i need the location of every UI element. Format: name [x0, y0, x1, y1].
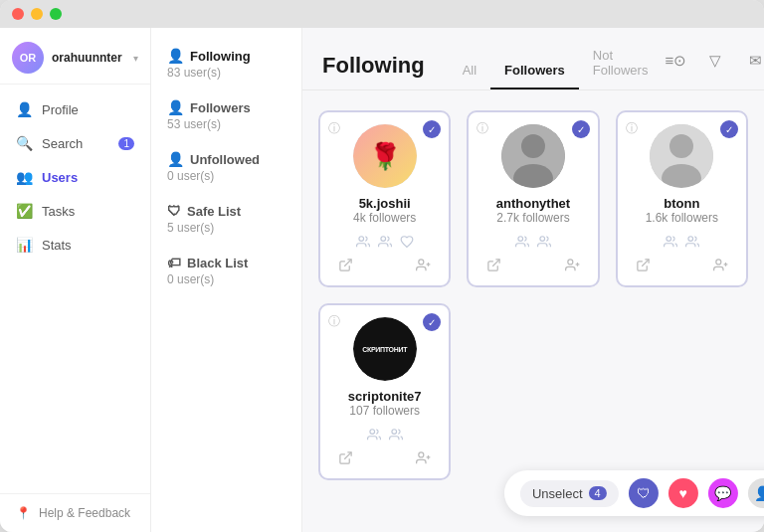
page-title: Following	[322, 53, 425, 79]
sidebar-username: orahuunnter	[52, 51, 125, 65]
left-panel-item-count: 5 user(s)	[167, 221, 286, 235]
sidebar-header[interactable]: OR orahuunnter ▾	[0, 28, 150, 85]
app-window: OR orahuunnter ▾ 👤 Profile 🔍 Search 1 👥 …	[0, 0, 764, 532]
main-content: Following AllFollowersNot Followers ≡⊙ ▽…	[302, 28, 764, 532]
message-icon[interactable]: ✉	[741, 47, 764, 75]
sidebar-item-label: Search	[42, 136, 83, 151]
sidebar-item-label: Profile	[42, 102, 79, 117]
bubble-action-button[interactable]: 💬	[708, 478, 738, 508]
shield-action-button[interactable]: 🛡	[629, 478, 659, 508]
card-check-icon: ✓	[572, 120, 590, 138]
card-action-icons	[367, 428, 403, 444]
svg-point-9	[518, 237, 523, 242]
card-username: 5k.joshii	[359, 196, 411, 211]
divider	[302, 89, 764, 90]
svg-line-2	[344, 260, 351, 266]
cards-area: ✓ ⓘ 🌹 5k.joshii 4k followers	[302, 102, 764, 532]
chevron-down-icon: ▾	[133, 53, 138, 64]
card-username: btonn	[664, 196, 699, 211]
bottom-bar: Unselect 4 🛡 ♥ 💬 👤	[504, 470, 764, 516]
card-followers: 107 followers	[349, 404, 420, 418]
titlebar	[0, 0, 764, 28]
card-username: anthonythet	[496, 196, 570, 211]
card-check-icon: ✓	[423, 313, 441, 331]
main-toolbar: ≡⊙ ▽ ✉	[662, 47, 764, 85]
left-panel-item-title: Followers	[190, 100, 251, 115]
filter-icon[interactable]: ▽	[701, 47, 729, 75]
svg-point-25	[392, 430, 397, 435]
card-action-icon-1	[685, 235, 699, 252]
card-info-icon: ⓘ	[477, 120, 488, 137]
card-action-icon-1	[537, 235, 551, 252]
card-bottom-actions	[478, 252, 587, 275]
add-user-icon[interactable]	[713, 258, 728, 275]
card-bottom-actions	[330, 252, 439, 275]
svg-point-19	[688, 237, 693, 242]
card-action-icon-1	[378, 235, 392, 252]
left-panel-item-title: Unfollowed	[190, 152, 260, 167]
sidebar-item-stats[interactable]: 📊 Stats	[0, 228, 150, 262]
left-panel-item-blacklist[interactable]: 🏷 Black List 0 user(s)	[151, 245, 301, 296]
card-followers: 4k followers	[353, 211, 416, 225]
sidebar-item-users[interactable]: 👥 Users	[0, 160, 150, 194]
svg-point-27	[419, 452, 424, 457]
svg-point-10	[540, 237, 545, 242]
card-username: scriptonite7	[348, 389, 422, 404]
user-card[interactable]: ✓ ⓘ СКРИПТОНИТ scriptonite7 107 follower…	[318, 303, 451, 480]
list-view-icon[interactable]: ≡⊙	[662, 47, 689, 75]
profile-icon: 👤	[16, 101, 32, 117]
svg-point-16	[669, 134, 693, 158]
card-check-icon: ✓	[423, 120, 441, 138]
left-panel-item-followers[interactable]: 👤 Followers 53 user(s)	[151, 89, 301, 141]
sidebar-nav: 👤 Profile 🔍 Search 1 👥 Users ✅ Tasks 📊 S…	[0, 85, 150, 493]
unfollowed-icon: 👤	[167, 151, 184, 167]
following-icon: 👤	[167, 48, 184, 64]
sidebar-item-profile[interactable]: 👤 Profile	[0, 92, 150, 126]
card-avatar: СКРИПТОНИТ	[353, 317, 417, 381]
tabs: AllFollowersNot Followers	[449, 42, 663, 89]
tab-not-followers[interactable]: Not Followers	[579, 42, 663, 89]
card-action-icon-1	[389, 428, 403, 444]
followers-icon: 👤	[167, 99, 184, 115]
add-user-icon[interactable]	[416, 450, 431, 468]
svg-point-0	[359, 237, 364, 242]
sidebar-footer[interactable]: 📍 Help & Feedback	[0, 493, 150, 532]
external-link-icon[interactable]	[338, 450, 353, 468]
sidebar-item-search[interactable]: 🔍 Search 1	[0, 126, 150, 160]
card-action-icon-0	[515, 235, 529, 252]
unselect-count: 4	[589, 486, 607, 500]
unselect-button[interactable]: Unselect 4	[520, 480, 619, 507]
add-user-icon[interactable]	[416, 258, 431, 275]
external-link-icon[interactable]	[338, 258, 353, 275]
sidebar-item-tasks[interactable]: ✅ Tasks	[0, 194, 150, 228]
close-dot[interactable]	[12, 8, 24, 20]
user-card[interactable]: ✓ ⓘ 🌹 5k.joshii 4k followers	[318, 110, 451, 287]
user-card[interactable]: ✓ ⓘ anthonythet 2.7k followers	[467, 110, 599, 287]
user-action-button[interactable]: 👤	[748, 478, 764, 508]
maximize-dot[interactable]	[50, 8, 62, 20]
card-followers: 2.7k followers	[496, 211, 569, 225]
left-panel-item-title: Safe List	[187, 204, 241, 219]
left-panel-item-unfollowed[interactable]: 👤 Unfollowed 0 user(s)	[151, 141, 301, 193]
svg-point-3	[419, 260, 424, 265]
minimize-dot[interactable]	[31, 8, 43, 20]
heart-action-button[interactable]: ♥	[668, 478, 698, 508]
external-link-icon[interactable]	[636, 258, 651, 275]
left-panel-item-count: 53 user(s)	[167, 117, 286, 131]
svg-point-18	[667, 237, 671, 242]
left-panel-item-safelist[interactable]: 🛡 Safe List 5 user(s)	[151, 193, 301, 245]
card-avatar: 🌹	[353, 124, 417, 188]
tab-all[interactable]: All	[449, 57, 490, 89]
add-user-icon[interactable]	[565, 258, 580, 275]
tab-followers[interactable]: Followers	[490, 57, 579, 89]
main-header: Following AllFollowersNot Followers ≡⊙ ▽…	[302, 28, 764, 89]
card-check-icon: ✓	[720, 120, 738, 138]
external-link-icon[interactable]	[486, 258, 501, 275]
svg-line-20	[642, 260, 649, 266]
svg-point-1	[381, 237, 386, 242]
left-panel-item-count: 83 user(s)	[167, 66, 286, 80]
user-card[interactable]: ✓ ⓘ btonn 1.6k followers	[616, 110, 748, 287]
help-label: Help & Feedback	[39, 506, 130, 520]
left-panel-item-following[interactable]: 👤 Following 83 user(s)	[151, 38, 301, 89]
search-icon: 🔍	[16, 135, 32, 151]
